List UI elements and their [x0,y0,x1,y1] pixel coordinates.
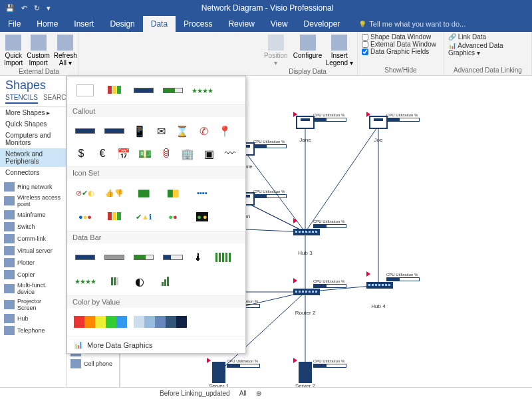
database-icon[interactable]: 🛢 [159,146,174,161]
shape-item[interactable]: Copier [1,269,65,281]
databar-item[interactable]: ★★★★ [74,273,96,290]
databar-item[interactable] [212,249,235,266]
filter-all[interactable]: All [239,390,247,397]
position-button[interactable]: Position ▾ [262,35,290,66]
callout-item[interactable] [74,122,96,140]
configure-button[interactable]: Configure [294,35,322,59]
iconset-item[interactable]: 👍👎 [103,184,126,201]
tab-view[interactable]: View [263,16,296,32]
dg-item[interactable] [162,82,184,99]
databar-item[interactable] [103,273,126,290]
sheet-tab[interactable]: Before Linking_updated [160,390,230,397]
tab-file[interactable]: File [0,16,29,32]
iconset-item[interactable]: ●● [162,208,184,225]
stencil-network-peripherals[interactable]: Network and Peripherals [0,148,66,167]
callout-item[interactable] [103,122,126,140]
shape-item[interactable]: Switch [1,221,65,233]
phone-icon[interactable]: 📱 [132,124,147,138]
stencil-connectors[interactable]: Connectors [0,167,66,178]
shape-item[interactable]: Projector Screen [1,297,65,313]
iconset-item[interactable]: ●● [191,208,213,225]
quick-access-toolbar: 💾 ↶ ↻ ▾ [0,4,56,13]
tab-home[interactable]: Home [29,16,66,32]
advanced-data-graphics-button[interactable]: 📊 Advanced Data Graphics ▾ [448,42,527,57]
shape-item[interactable]: Ring network [1,181,65,193]
chk-shape-data-window[interactable]: Shape Data Window [362,33,440,41]
node-hub4[interactable]: Hub 4CPU Utilization % [366,275,390,309]
color-scale[interactable] [74,313,127,331]
iconset-item[interactable] [103,208,126,225]
shape-item[interactable]: Telephone [1,325,65,336]
dg-item[interactable]: ★★★★ [191,82,213,99]
insert-legend-button[interactable]: Insert Legend ▾ [326,35,354,66]
thermometer-icon[interactable]: 🌡 [191,250,205,265]
node-router2[interactable]: Router 2CPU Utilization % [293,282,317,316]
euro-icon[interactable]: € [95,146,110,161]
shape-item[interactable]: Cell phone [68,358,118,370]
iconset-item[interactable]: ✔▲ℹ [132,208,155,225]
shape-item[interactable]: Comm-link [1,233,65,245]
tab-design[interactable]: Design [102,16,142,32]
add-sheet-button[interactable]: ⊕ [256,390,261,397]
phone-receiver-icon[interactable]: ✆ [196,124,211,138]
tab-process[interactable]: Process [176,16,220,32]
iconset-item[interactable]: ●●● [74,208,96,225]
stencil-quick-shapes[interactable]: Quick Shapes [0,118,66,130]
quick-import-button[interactable]: Quick Import [4,35,23,66]
iconset-item[interactable]: ▇▇ [162,184,184,201]
chip-icon[interactable]: ▣ [201,146,216,161]
hourglass-icon[interactable]: ⌛ [175,124,190,138]
tab-review[interactable]: Review [220,16,262,32]
node-server1[interactable]: Server 1CPU Utilization % [207,362,231,387]
undo-icon[interactable]: ↶ [21,4,27,13]
dg-item[interactable] [74,82,96,99]
app-title: Network Diagram - Visio Professional [56,3,479,13]
stencil-computers-monitors[interactable]: Computers and Monitors [0,130,66,148]
dg-item[interactable] [103,82,126,99]
shape-item[interactable]: Multi-funct. device [1,281,65,297]
node-joe[interactable]: JoeCPU Utilization % [366,116,390,143]
link-data-button[interactable]: 🔗 Link Data [448,33,527,41]
tell-me-field[interactable]: Tell me what you want to do... [348,16,532,32]
tab-stencils[interactable]: STENCILS [5,94,38,104]
shape-item[interactable]: Mainframe [1,209,65,221]
iconset-item[interactable]: ▪▪▪▪ [191,184,213,201]
databar-item[interactable] [154,273,176,290]
money-icon[interactable]: 💵 [138,146,152,161]
databar-item[interactable] [74,249,96,266]
building-icon[interactable]: 🏢 [180,146,195,161]
iconset-item[interactable]: ▇▇ [132,184,155,201]
shape-item[interactable]: Virtual server [1,245,65,257]
stencil-more-shapes[interactable]: More Shapes ▸ [0,107,66,118]
node-server2[interactable]: Server 2CPU Utilization % [293,362,317,387]
iconset-item[interactable]: ⊘✔◐ [74,184,96,201]
calendar-icon[interactable]: 📅 [116,146,131,161]
dg-item[interactable] [132,82,155,99]
pulse-icon[interactable]: 〰 [223,146,237,161]
gauge-icon[interactable]: ◐ [132,274,147,289]
redo-icon[interactable]: ↻ [34,4,40,13]
pin-icon[interactable]: 📍 [217,124,232,138]
databar-item[interactable] [132,249,155,266]
node-jane[interactable]: JaneCPU Utilization % [293,116,317,143]
mail-icon[interactable]: ✉ [154,124,168,138]
chk-external-data-window[interactable]: External Data Window [362,41,440,48]
node-hub3[interactable]: Hub 3CPU Utilization % [293,222,317,256]
refresh-all-button[interactable]: Refresh All ▾ [54,35,77,66]
more-data-graphics[interactable]: More Data Graphics [67,336,245,353]
shape-item[interactable]: Hub [1,313,65,325]
tab-insert[interactable]: Insert [66,16,102,32]
color-scale[interactable] [134,313,187,331]
custom-import-button[interactable]: Custom Import [27,35,49,66]
tab-data[interactable]: Data [143,16,176,32]
databar-item[interactable] [103,249,126,266]
shape-item[interactable]: Plotter [1,257,65,269]
tab-developer[interactable]: Developer [296,16,348,32]
chk-data-graphic-fields[interactable]: Data Graphic Fields [362,48,440,55]
shape-item[interactable]: Wireless access point [1,193,65,209]
dollar-icon[interactable]: $ [74,146,88,161]
save-icon[interactable]: 💾 [5,4,15,13]
group-show-hide: Shape Data Window External Data Window D… [358,32,444,75]
qat-more-icon[interactable]: ▾ [47,4,51,13]
databar-item[interactable] [162,249,184,266]
